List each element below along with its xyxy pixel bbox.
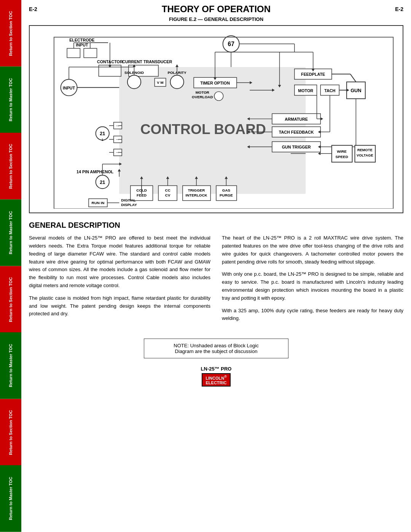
side-tab-master-toc-2[interactable]: Return to Master TOC	[0, 200, 21, 266]
svg-text:TRIGGER: TRIGGER	[188, 188, 205, 192]
svg-text:CURRENT TRANSDUCER: CURRENT TRANSDUCER	[122, 59, 172, 64]
page-number-left: E-2	[29, 6, 37, 12]
svg-text:ELECTRODE: ELECTRODE	[69, 38, 94, 42]
svg-point-24	[214, 92, 223, 101]
side-tab-group-2: Return to Section TOC Return to Master T…	[0, 133, 21, 266]
svg-text:OVERLOAD: OVERLOAD	[192, 95, 213, 99]
svg-text:21: 21	[100, 179, 105, 185]
svg-text:MOTOR: MOTOR	[298, 88, 313, 93]
svg-text:FEEDPLATE: FEEDPLATE	[301, 72, 325, 77]
svg-text:GAS: GAS	[222, 188, 231, 192]
col1-para1: Several models of the LN-25™ PRO are off…	[29, 234, 210, 290]
figure-title: FIGURE E.2 — GENERAL DESCRIPTION	[29, 16, 403, 22]
svg-text:PURGE: PURGE	[220, 193, 233, 197]
side-tab-group-1: Return to Section TOC Return to Master T…	[0, 0, 21, 133]
text-column-left: Several models of the LN-25™ PRO are off…	[29, 234, 210, 327]
col1-para2: The plastic case is molded from high imp…	[29, 294, 210, 318]
svg-text:TACH FEEDBACK: TACH FEEDBACK	[279, 130, 314, 134]
svg-text:DIGITAL: DIGITAL	[121, 198, 135, 202]
svg-line-36	[350, 74, 356, 82]
svg-text:14 PIN AMPHENOL: 14 PIN AMPHENOL	[76, 169, 114, 174]
note-box: NOTE: Unshaded areas of Block Logic Diag…	[144, 339, 288, 358]
svg-text:MOTOR: MOTOR	[196, 90, 209, 94]
lincoln-logo: LINCOLN® ELECTRIC	[202, 373, 231, 387]
svg-text:REMOTE: REMOTE	[357, 148, 373, 152]
svg-text:CV: CV	[165, 193, 170, 197]
col2-para1: The heart of the LN-25™ PRO is a 2 roll …	[222, 234, 403, 266]
main-content: E-2 THEORY OF OPERATION E-2 FIGURE E.2 —…	[21, 0, 411, 394]
svg-text:CC: CC	[165, 188, 170, 192]
side-tab-section-toc-3[interactable]: Return to Section TOC	[0, 266, 21, 333]
svg-text:67: 67	[228, 41, 234, 47]
svg-marker-46	[320, 117, 323, 120]
svg-text:GUN TRIGGER: GUN TRIGGER	[282, 145, 311, 149]
side-tab-master-toc-4[interactable]: Return to Master TOC	[0, 465, 21, 532]
svg-text:GUN: GUN	[350, 88, 361, 93]
svg-marker-73	[318, 152, 320, 155]
svg-text:WIRE: WIRE	[337, 149, 347, 153]
svg-marker-138	[175, 64, 178, 67]
text-columns: Several models of the LN-25™ PRO are off…	[29, 234, 403, 327]
page-title: THEORY OF OPERATION	[37, 4, 395, 14]
note-line1: NOTE: Unshaded areas of Block Logic	[174, 343, 258, 348]
page-footer: LN-25™ PRO LINCOLN® ELECTRIC	[29, 366, 403, 387]
side-tab-section-toc-1[interactable]: Return to Section TOC	[0, 0, 21, 67]
side-tab-section-toc-2[interactable]: Return to Section TOC	[0, 133, 21, 200]
svg-rect-4	[84, 48, 97, 58]
note-line2: Diagram are the subject of discussion	[175, 348, 258, 354]
registered-mark: ®	[224, 375, 227, 379]
lincoln-logo-text: LINCOLN	[206, 376, 224, 380]
svg-text:SPEED: SPEED	[336, 155, 348, 159]
svg-text:TACH: TACH	[324, 88, 335, 93]
svg-text:TIMER OPTION: TIMER OPTION	[200, 81, 230, 85]
svg-text:INPUT: INPUT	[76, 43, 88, 47]
control-board-label: CONTROL BOARD	[140, 121, 266, 137]
svg-text:ARMATURE: ARMATURE	[285, 117, 308, 121]
block-diagram: CONTROL BOARD ELECTRODE INPUT CONTACTOR …	[33, 30, 399, 209]
svg-text:INPUT: INPUT	[63, 86, 75, 90]
svg-text:VOLTAGE: VOLTAGE	[357, 153, 373, 157]
side-tabs: Return to Section TOC Return to Master T…	[0, 0, 21, 532]
lincoln-logo-sub: ELECTRIC	[206, 380, 227, 385]
side-tab-section-toc-4[interactable]: Return to Section TOC	[0, 399, 21, 466]
svg-rect-66	[332, 145, 352, 162]
side-tab-master-toc-1[interactable]: Return to Master TOC	[0, 67, 21, 133]
svg-text:1: 1	[101, 137, 103, 142]
side-tab-group-4: Return to Section TOC Return to Master T…	[0, 399, 21, 532]
page-header: E-2 THEORY OF OPERATION E-2	[29, 4, 403, 14]
side-tab-master-toc-3[interactable]: Return to Master TOC	[0, 332, 21, 399]
footer-brand: LN-25™ PRO	[29, 366, 403, 372]
svg-text:RUN IN: RUN IN	[92, 201, 105, 205]
col2-para2: With only one p.c. board, the LN-25™ PRO…	[222, 270, 403, 302]
col2-para3: With a 325 amp, 100% duty cycle rating, …	[222, 307, 403, 323]
svg-point-15	[127, 75, 141, 89]
svg-text:21: 21	[100, 131, 105, 136]
section-heading: GENERAL DESCRIPTION	[29, 221, 403, 230]
svg-point-19	[170, 75, 184, 89]
text-column-right: The heart of the LN-25™ PRO is a 2 roll …	[222, 234, 403, 327]
page-number-right: E-2	[395, 6, 403, 12]
svg-text:DISPLAY: DISPLAY	[121, 203, 137, 207]
diagram-container: CONTROL BOARD ELECTRODE INPUT CONTACTOR …	[29, 25, 403, 213]
svg-rect-3	[67, 48, 80, 58]
svg-text:INTERLOCK: INTERLOCK	[186, 193, 207, 197]
svg-text:V M: V M	[157, 80, 163, 85]
side-tab-group-3: Return to Section TOC Return to Master T…	[0, 266, 21, 399]
